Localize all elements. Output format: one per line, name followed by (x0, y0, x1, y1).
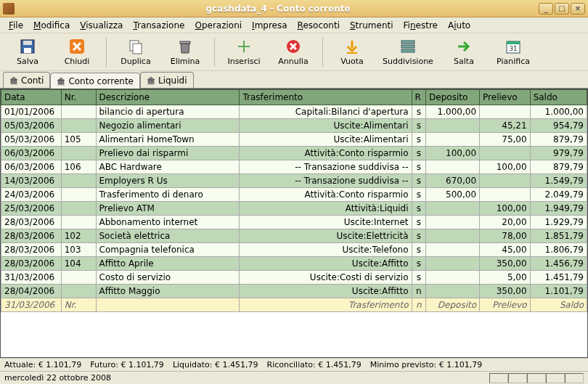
ledger-row[interactable]: 28/03/2006Abbonamento internetUscite:Int… (1, 216, 587, 229)
cell-pre[interactable]: 20,00 (480, 216, 531, 229)
tab-conto-corrente[interactable]: Conto corrente (50, 73, 140, 89)
cell-sal[interactable]: 1.929,79 (530, 216, 587, 229)
cell-r[interactable]: s (412, 216, 426, 229)
cell-desc[interactable]: Costo di servizio (96, 271, 240, 285)
cell-dep[interactable]: 500,00 (426, 188, 480, 202)
cell-pre[interactable]: Prelievo (480, 298, 531, 312)
cell-data[interactable]: 05/03/2006 (1, 119, 62, 133)
cell-desc[interactable]: Trasferimento di denaro (96, 188, 240, 202)
ledger-row[interactable]: 06/03/2006Prelievo dai risparmiAttività:… (1, 147, 587, 160)
cell-dep[interactable]: 1.000,00 (426, 105, 480, 119)
ledger-row[interactable]: 05/03/2006Negozio alimentariUscite:Alime… (1, 119, 587, 133)
cell-dep[interactable] (426, 202, 480, 216)
cell-r[interactable]: s (412, 271, 426, 285)
cell-pre[interactable]: 45,00 (480, 243, 531, 257)
cell-nr[interactable]: 106 (61, 160, 96, 174)
cell-sal[interactable]: 1.851,79 (530, 229, 587, 243)
cell-nr[interactable] (61, 105, 96, 119)
menu-operazioni[interactable]: Operazioni (190, 19, 246, 32)
cell-r[interactable]: s (412, 257, 426, 271)
cell-desc[interactable]: Affitto Aprile (96, 257, 240, 271)
cell-dep[interactable]: 670,00 (426, 174, 480, 188)
cell-desc[interactable]: Abbonamento internet (96, 216, 240, 229)
ledger-row[interactable]: 05/03/2006105Alimentari HomeTownUscite:A… (1, 133, 587, 147)
cell-pre[interactable]: 5,00 (480, 271, 531, 285)
col-header-data[interactable]: Data (1, 90, 62, 105)
menu-transazione[interactable]: Transazione (128, 19, 189, 32)
ledger-row[interactable]: 31/03/2006Costo di servizioUscite:Costi … (1, 271, 587, 285)
cell-trans[interactable]: Uscite:Alimentari (240, 119, 412, 133)
window-maximize-button[interactable]: □ (555, 3, 569, 15)
cell-data[interactable]: 01/01/2006 (1, 105, 62, 119)
duplicate-button[interactable]: Duplica (113, 35, 159, 70)
menu-modifica[interactable]: Modifica (29, 19, 74, 32)
cell-dep[interactable] (426, 229, 480, 243)
cell-trans[interactable]: Uscite:Costi di servizio (240, 271, 412, 285)
cell-data[interactable]: 25/03/2006 (1, 202, 62, 216)
cell-dep[interactable] (426, 216, 480, 229)
col-header-nr[interactable]: Nr. (61, 90, 96, 105)
cell-data[interactable]: 14/03/2006 (1, 174, 62, 188)
cell-desc[interactable]: Employers R Us (96, 174, 240, 188)
tab-liquidi[interactable]: Liquidi (140, 72, 194, 88)
cell-nr[interactable] (61, 202, 96, 216)
cell-dep[interactable] (426, 160, 480, 174)
cell-data[interactable]: 28/03/2006 (1, 216, 62, 229)
save-button[interactable]: Salva (4, 35, 51, 70)
ledger-row[interactable]: 28/03/2006103Compagnia telefonicaUscite:… (1, 243, 587, 257)
col-header-r[interactable]: R (412, 90, 426, 105)
cell-nr[interactable] (61, 119, 96, 133)
cell-data[interactable]: 31/03/2006 (1, 298, 62, 312)
cell-nr[interactable] (61, 147, 96, 160)
menu-aiuto[interactable]: Aiuto (444, 19, 475, 32)
tab-accounts[interactable]: Conti (3, 72, 50, 88)
ledger-row[interactable]: 01/01/2006bilancio di aperturaCapitali:B… (1, 105, 587, 119)
cell-trans[interactable]: Uscite:Elettricità (240, 229, 412, 243)
col-header-pre[interactable]: Prelievo (480, 90, 531, 105)
cell-trans[interactable]: -- Transazione suddivisa -- (240, 160, 412, 174)
cell-trans[interactable]: Capitali:Bilanci d'apertura (240, 105, 412, 119)
split-button[interactable]: Suddivisione (378, 35, 438, 70)
cell-sal[interactable]: 1.549,79 (530, 174, 587, 188)
menu-resoconti[interactable]: Resoconti (293, 19, 344, 32)
menu-finestre[interactable]: Finestre (399, 19, 442, 32)
cell-r[interactable]: s (412, 105, 426, 119)
col-header-desc[interactable]: Descrizione (96, 90, 240, 105)
cell-sal[interactable]: 1.949,79 (530, 202, 587, 216)
cell-sal[interactable]: 1.000,00 (530, 105, 587, 119)
menu-impresa[interactable]: Impresa (248, 19, 292, 32)
empty-button[interactable]: Vuota (329, 35, 375, 70)
close-button[interactable]: Chiudi (54, 35, 100, 70)
cell-trans[interactable]: Uscite:Internet (240, 216, 412, 229)
cell-data[interactable]: 24/03/2006 (1, 188, 62, 202)
cell-nr[interactable] (61, 188, 96, 202)
cell-desc[interactable]: Negozio alimentari (96, 119, 240, 133)
ledger-row[interactable]: 14/03/2006Employers R Us-- Transazione s… (1, 174, 587, 188)
ledger-row[interactable]: 24/03/2006Trasferimento di denaroAttivit… (1, 188, 587, 202)
cell-nr[interactable]: 104 (61, 257, 96, 271)
cell-r[interactable]: s (412, 119, 426, 133)
ledger-row[interactable]: 06/03/2006106ABC Hardware-- Transazione … (1, 160, 587, 174)
cell-trans[interactable]: Uscite:Telefono (240, 243, 412, 257)
ledger-row[interactable]: 25/03/2006Prelievo ATMAttività:Liquidis1… (1, 202, 587, 216)
cell-r[interactable]: s (412, 188, 426, 202)
cell-pre[interactable]: 100,00 (480, 202, 531, 216)
cell-r[interactable]: s (412, 147, 426, 160)
cell-pre[interactable] (480, 105, 531, 119)
col-header-trans[interactable]: Trasferimento (240, 90, 412, 105)
cell-nr[interactable]: Nr. (61, 298, 96, 312)
cell-desc[interactable]: Compagnia telefonica (96, 243, 240, 257)
cell-nr[interactable] (61, 174, 96, 188)
cell-pre[interactable]: 45,21 (480, 119, 531, 133)
cell-sal[interactable]: Saldo (530, 298, 587, 312)
window-close-button[interactable]: × (571, 3, 585, 15)
cancel-button[interactable]: Annulla (270, 35, 317, 70)
cell-r[interactable]: s (412, 202, 426, 216)
cell-data[interactable]: 28/04/2006 (1, 285, 62, 298)
cell-trans[interactable]: Trasferimento (240, 298, 412, 312)
insert-button[interactable]: Inserisci (221, 35, 267, 70)
ledger-blank-row[interactable]: 31/03/2006Nr.TrasferimentonDepositoPreli… (1, 298, 587, 312)
cell-dep[interactable] (426, 257, 480, 271)
ledger-row[interactable]: 28/04/2006Affitto MaggioUscite:Affitton3… (1, 285, 587, 298)
cell-desc[interactable]: Prelievo dai risparmi (96, 147, 240, 160)
